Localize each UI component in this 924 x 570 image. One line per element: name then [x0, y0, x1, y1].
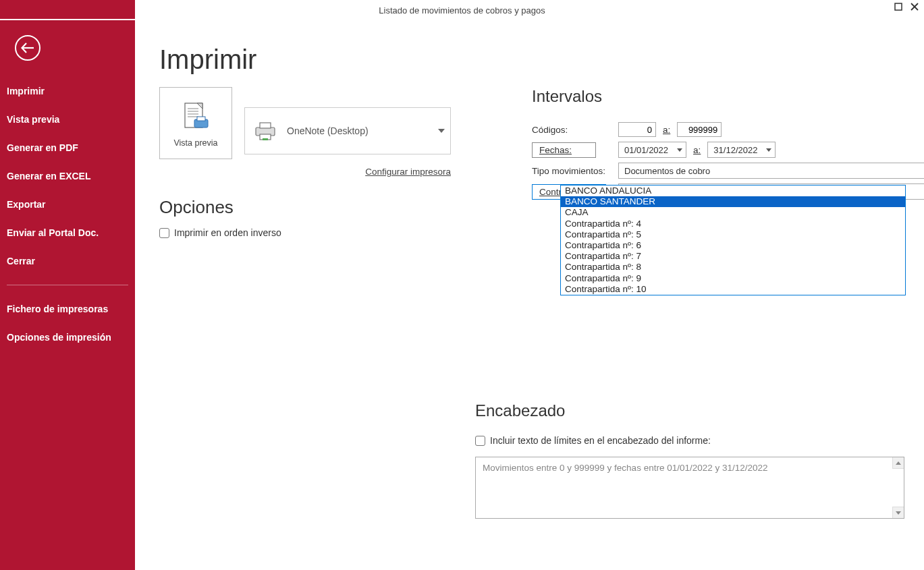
- codigos-from-input[interactable]: [618, 122, 656, 137]
- intervalos-title: Intervalos: [532, 87, 924, 106]
- vista-previa-label: Vista previa: [173, 138, 217, 148]
- svg-rect-13: [260, 123, 271, 128]
- window-title: Listado de movimientos de cobros y pagos: [379, 5, 545, 16]
- vista-previa-button[interactable]: Vista previa: [159, 87, 232, 159]
- chevron-down-icon: [438, 129, 445, 133]
- svg-marker-21: [896, 461, 901, 465]
- close-icon[interactable]: [911, 3, 919, 13]
- header-text-content: Movimientos entre 0 y 999999 y fechas en…: [476, 457, 904, 478]
- contrapartida-option[interactable]: Contrapartida nº: 8: [561, 262, 905, 273]
- header-text-area[interactable]: Movimientos entre 0 y 999999 y fechas en…: [475, 457, 904, 519]
- sidebar-item-opciones-impresion[interactable]: Opciones de impresión: [0, 323, 135, 351]
- reverse-order-label: Imprimir en orden inverso: [174, 227, 281, 238]
- sidebar-item-exportar[interactable]: Exportar: [0, 190, 135, 219]
- scroll-down-button[interactable]: [892, 507, 904, 518]
- contrapartida-option[interactable]: Contrapartida nº: 5: [561, 229, 905, 240]
- sidebar-item-imprimir[interactable]: Imprimir: [0, 77, 135, 105]
- contrapartida-option[interactable]: BANCO ANDALUCIA: [561, 186, 905, 196]
- contrapartida-option[interactable]: Contrapartida nº: 10: [561, 284, 905, 295]
- sidebar-item-enviar-portal[interactable]: Enviar al Portal Doc.: [0, 219, 135, 247]
- svg-rect-0: [895, 3, 902, 10]
- back-button[interactable]: [15, 35, 40, 61]
- fechas-label[interactable]: Fechas:: [532, 142, 596, 158]
- encabezado-title: Encabezado: [475, 401, 908, 420]
- opciones-title: Opciones: [159, 197, 451, 218]
- document-print-icon: [178, 99, 213, 134]
- contrapartida-option[interactable]: CAJA: [561, 207, 905, 218]
- sidebar-item-cerrar[interactable]: Cerrar: [0, 247, 135, 275]
- sidebar-item-fichero-impresoras[interactable]: Fichero de impresoras: [0, 295, 135, 323]
- svg-marker-16: [438, 129, 445, 133]
- printer-name: OneNote (Desktop): [287, 125, 438, 136]
- chevron-down-icon[interactable]: [674, 142, 686, 157]
- contrapartida-option[interactable]: Contrapartida nº: 7: [561, 251, 905, 262]
- contrapartida-option[interactable]: Contrapartida nº: 6: [561, 240, 905, 251]
- printer-select[interactable]: OneNote (Desktop): [244, 107, 451, 154]
- svg-marker-18: [766, 148, 771, 152]
- a-label-2: a:: [693, 145, 701, 155]
- include-limits-label: Incluir texto de límites en el encabezad…: [490, 435, 711, 446]
- scroll-up-button[interactable]: [892, 457, 904, 469]
- include-limits-checkbox[interactable]: [475, 436, 485, 446]
- svg-rect-15: [263, 138, 268, 140]
- sidebar-item-generar-excel[interactable]: Generar en EXCEL: [0, 162, 135, 190]
- svg-marker-17: [677, 148, 682, 152]
- fecha-to-input[interactable]: 31/12/2022: [707, 142, 776, 158]
- contrapartida-option[interactable]: Contrapartida nº: 9: [561, 273, 905, 284]
- configurar-impresora-link[interactable]: Configurar impresora: [365, 167, 451, 177]
- sidebar: Imprimir Vista previa Generar en PDF Gen…: [0, 0, 135, 570]
- contrapartida-option[interactable]: Contrapartida nº: 4: [561, 219, 905, 229]
- fecha-from-input[interactable]: 01/01/2022: [618, 142, 686, 158]
- codigos-label: Códigos:: [532, 125, 618, 135]
- contrapartida-dropdown-list[interactable]: BANCO ANDALUCIABANCO SANTANDERCAJAContra…: [560, 185, 906, 295]
- sidebar-item-generar-pdf[interactable]: Generar en PDF: [0, 134, 135, 162]
- page-title: Imprimir: [159, 45, 908, 75]
- sidebar-divider: [7, 285, 128, 285]
- title-bar: Listado de movimientos de cobros y pagos: [0, 0, 924, 20]
- tipo-movimientos-combo[interactable]: Documentos de cobro: [618, 163, 924, 179]
- chevron-down-icon[interactable]: [763, 142, 775, 157]
- contrapartida-option[interactable]: BANCO SANTANDER: [561, 196, 905, 207]
- codigos-to-input[interactable]: [677, 122, 722, 137]
- svg-rect-11: [197, 117, 205, 121]
- sidebar-item-vista-previa[interactable]: Vista previa: [0, 105, 135, 134]
- svg-marker-22: [896, 511, 901, 515]
- tipo-movimientos-label: Tipo movimientos:: [532, 166, 618, 176]
- printer-icon: [253, 121, 277, 141]
- a-label-1: a:: [663, 125, 670, 135]
- arrow-left-icon: [20, 41, 35, 55]
- maximize-icon[interactable]: [894, 3, 902, 13]
- reverse-order-checkbox[interactable]: [159, 228, 169, 238]
